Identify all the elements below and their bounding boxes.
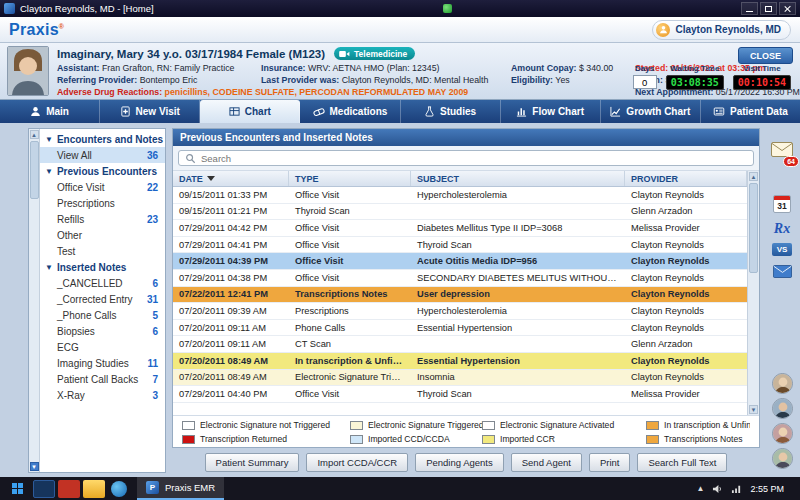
table-row[interactable]: 07/29/2011 04:38 PMOffice VisitSECONDARY…	[173, 270, 747, 287]
table-scrollbar[interactable]: ▲ ▼	[747, 171, 759, 415]
vital-signs-icon[interactable]: VS	[772, 243, 793, 256]
close-chart-button[interactable]: CLOSE	[738, 47, 793, 64]
tab-label: Flow Chart	[532, 106, 584, 117]
send-agent-button[interactable]: Send Agent	[511, 453, 582, 472]
rx-icon[interactable]: Rx	[774, 221, 790, 237]
user-avatar-1[interactable]	[772, 373, 793, 394]
patient-summary-button[interactable]: Patient Summary	[205, 453, 300, 472]
item-count: 6	[152, 278, 158, 289]
sidebar-section-inserted-notes[interactable]: ▼Inserted Notes	[40, 259, 165, 275]
maximize-button[interactable]	[760, 2, 777, 15]
print-button[interactable]: Print	[589, 453, 631, 472]
user-avatar-2[interactable]	[772, 398, 793, 419]
calendar-icon[interactable]: 31	[773, 195, 791, 213]
legend-item-electronic-signature-not-triggered: Electronic Signature not Triggered	[182, 420, 350, 430]
table-row[interactable]: 07/29/2011 04:42 PMOffice VisitDiabetes …	[173, 220, 747, 237]
adverse-reactions: Adverse Drug Reactions: penicillins, COD…	[57, 87, 629, 99]
tab-patient-data[interactable]: Patient Data	[701, 100, 800, 123]
table-scroll-down-icon[interactable]: ▼	[749, 405, 758, 414]
days-label: Days	[633, 64, 657, 73]
table-row[interactable]: 07/29/2011 04:39 PMOffice VisitAcute Oti…	[173, 253, 747, 270]
tab-medications[interactable]: Medications	[300, 100, 400, 123]
days-field[interactable]: 0	[633, 75, 657, 89]
sidebar-section-previous-encounters[interactable]: ▼Previous Encounters	[40, 163, 165, 179]
sidebar-section-encounters-and-notes[interactable]: ▼Encounters and Notes	[40, 131, 165, 147]
table-row[interactable]: 07/22/2011 12:41 PMTranscriptions NotesU…	[173, 287, 747, 304]
visit-time-label: Visit Time	[733, 64, 791, 73]
messages-icon[interactable]: 64	[771, 142, 793, 161]
table-row[interactable]: 07/29/2011 04:41 PMOffice VisitThyroid S…	[173, 237, 747, 254]
table-scroll-up-icon[interactable]: ▲	[749, 172, 758, 181]
sidebar-item-x-ray[interactable]: X-Ray3	[40, 387, 165, 403]
sidebar-item-corrected-entry[interactable]: _Corrected Entry31	[40, 291, 165, 307]
sidebar-item-view-all[interactable]: View All36	[40, 147, 165, 163]
user-avatar-3[interactable]	[772, 423, 793, 444]
scrollbar-thumb[interactable]	[30, 141, 39, 199]
sidebar-item-phone-calls[interactable]: _Phone Calls5	[40, 307, 165, 323]
sidebar-item-biopsies[interactable]: Biopsies6	[40, 323, 165, 339]
table-row[interactable]: 07/20/2011 08:49 AMIn transcription & Un…	[173, 353, 747, 370]
table-row[interactable]: 07/20/2011 08:49 AMElectronic Signature …	[173, 370, 747, 387]
table-row[interactable]: 09/15/2011 01:33 PMOffice VisitHyperchol…	[173, 187, 747, 204]
user-avatar-4[interactable]	[772, 448, 793, 469]
start-button[interactable]	[4, 477, 30, 500]
sidebar-item-other[interactable]: Other	[40, 227, 165, 243]
window-titlebar: Clayton Reynolds, MD - [Home]	[0, 0, 800, 17]
column-header-subject[interactable]: SUBJECT	[411, 171, 625, 186]
send-mail-icon[interactable]	[773, 264, 792, 282]
table-row[interactable]: 07/20/2011 09:11 AMCT ScanGlenn Arzadon	[173, 336, 747, 353]
table-row[interactable]: 09/15/2011 01:21 PMThyroid ScanGlenn Arz…	[173, 204, 747, 221]
table-row[interactable]: 07/29/2011 04:40 PMOffice VisitThyroid S…	[173, 386, 747, 403]
sidebar-scrollbar[interactable]: ▲ ▼	[29, 129, 40, 472]
item-count: 22	[147, 182, 158, 193]
sidebar-item-test[interactable]: Test	[40, 243, 165, 259]
column-header-provider[interactable]: PROVIDER	[625, 171, 747, 186]
tray-expand-icon[interactable]: ▲	[697, 484, 705, 493]
person-icon	[30, 106, 41, 117]
search-input[interactable]	[201, 153, 747, 164]
patient-banner: Imaginary, Mary 34 y.o. 03/17/1984 Femal…	[0, 43, 800, 100]
column-header-type[interactable]: TYPE	[289, 171, 411, 186]
telemedicine-badge[interactable]: Telemedicine	[334, 47, 415, 60]
tab-main[interactable]: Main	[0, 100, 100, 123]
taskbar-app-icon-1[interactable]	[33, 480, 55, 498]
table-scrollbar-thumb[interactable]	[749, 183, 758, 273]
table-row[interactable]: 07/20/2011 09:11 AMPhone CallsEssential …	[173, 320, 747, 337]
item-count: 31	[147, 294, 158, 305]
tab-studies[interactable]: Studies	[401, 100, 501, 123]
tab-chart[interactable]: Chart	[200, 100, 300, 123]
tab-growth-chart[interactable]: Growth Chart	[601, 100, 701, 123]
import-ccda-ccr-button[interactable]: Import CCDA/CCR	[306, 453, 408, 472]
network-icon[interactable]	[731, 484, 742, 494]
cell-date: 09/15/2011 01:21 PM	[173, 206, 289, 216]
sidebar-item-refills[interactable]: Refills23	[40, 211, 165, 227]
scroll-down-icon[interactable]: ▼	[30, 462, 39, 471]
browser-icon[interactable]	[108, 480, 130, 498]
cell-subject: SECONDARY DIABETES MELITUS WITHOUT MENTI…	[411, 273, 625, 283]
search-box[interactable]	[178, 150, 754, 166]
taskbar-app-icon-2[interactable]	[58, 480, 80, 498]
sidebar-item-ecg[interactable]: ECG	[40, 339, 165, 355]
table-row[interactable]: 07/20/2011 09:39 AMPrescriptionsHypercho…	[173, 303, 747, 320]
minimize-button[interactable]	[741, 2, 758, 15]
scroll-up-icon[interactable]: ▲	[30, 130, 39, 139]
sidebar-item-cancelled[interactable]: _CANCELLED6	[40, 275, 165, 291]
sidebar-item-prescriptions[interactable]: Prescriptions	[40, 195, 165, 211]
cell-type: Transcriptions Notes	[289, 289, 411, 299]
sidebar-item-patient-call-backs[interactable]: Patient Call Backs7	[40, 371, 165, 387]
sidebar-item-imaging-studies[interactable]: Imaging Studies11	[40, 355, 165, 371]
tab-new-visit[interactable]: New Visit	[100, 100, 200, 123]
messages-count-badge: 64	[783, 156, 799, 167]
file-explorer-icon[interactable]	[83, 480, 105, 498]
tab-flow-chart[interactable]: Flow Chart	[501, 100, 601, 123]
sidebar-item-office-visit[interactable]: Office Visit22	[40, 179, 165, 195]
item-label: View All	[57, 150, 92, 161]
column-header-date[interactable]: DATE	[173, 171, 289, 186]
pending-agents-button[interactable]: Pending Agents	[415, 453, 504, 472]
search-full-text-button[interactable]: Search Full Text	[637, 453, 727, 472]
close-window-button[interactable]	[779, 2, 796, 15]
current-user-button[interactable]: Clayton Reynolds, MD	[652, 20, 791, 40]
volume-icon[interactable]	[712, 484, 723, 494]
clock: 2:55 PM	[750, 484, 784, 494]
taskbar-praxis-app[interactable]: P Praxis EMR	[137, 477, 224, 500]
